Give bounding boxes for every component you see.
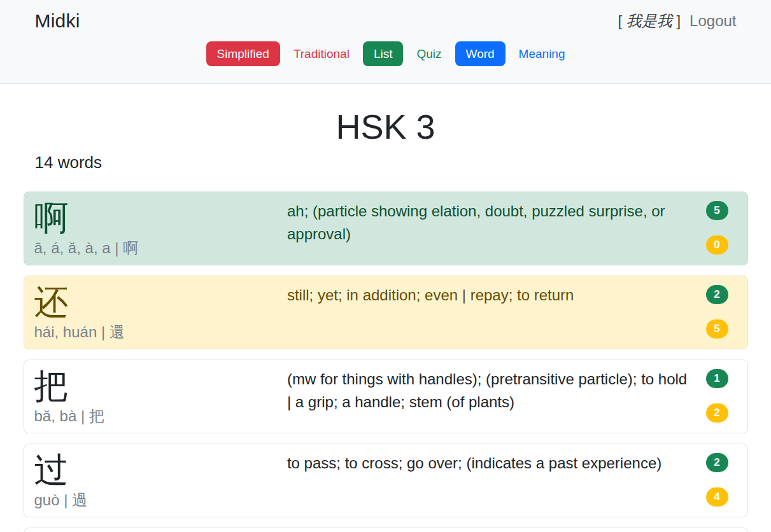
green-count-badge: 2: [706, 453, 728, 472]
nav-button-list[interactable]: List: [363, 41, 404, 66]
word-meaning: ah; (particle showing elation, doubt, pu…: [287, 200, 706, 246]
bracket-open: [: [618, 12, 622, 29]
yellow-count-badge: 5: [706, 319, 728, 339]
bracket-close: ]: [676, 12, 681, 29]
badge-column: 2 5: [706, 284, 737, 339]
word-hanzi: 啊: [34, 200, 287, 236]
word-hanzi: 把: [34, 368, 287, 404]
toggle-nav: Simplified Traditional List Quiz Word Me…: [24, 41, 748, 66]
badge-column: 2 4: [706, 452, 737, 507]
word-left-column: 还 hái, huán | 還: [34, 284, 287, 341]
logout-link[interactable]: Logout: [690, 12, 736, 30]
nav-button-simplified[interactable]: Simplified: [206, 41, 280, 66]
green-count-badge: 2: [706, 285, 728, 304]
yellow-count-badge: 0: [706, 235, 728, 255]
word-count: 14 words: [24, 153, 748, 172]
yellow-count-badge: 2: [706, 403, 728, 423]
user-name: 我是我: [626, 12, 672, 29]
word-left-column: 啊 ā, á, ǎ, à, a | 啊: [34, 200, 287, 257]
word-meaning: still; yet; in addition; even | repay; t…: [287, 284, 706, 307]
nav-link-meaning[interactable]: Meaning: [519, 47, 565, 61]
green-count-badge: 5: [706, 201, 728, 220]
word-hanzi: 过: [34, 452, 287, 488]
nav-button-word[interactable]: Word: [455, 41, 506, 66]
word-pinyin: bǎ, bà | 把: [34, 407, 287, 425]
word-meaning: (mw for things with handles); (pretransi…: [287, 368, 706, 414]
word-left-column: 把 bǎ, bà | 把: [34, 368, 287, 425]
word-meaning: to pass; to cross; go over; (indicates a…: [287, 452, 706, 475]
word-card[interactable]: 啊 ā, á, ǎ, à, a | 啊 ah; (particle showin…: [24, 192, 748, 265]
word-pinyin: guò | 過: [34, 491, 287, 509]
word-left-column: 过 guò | 過: [34, 452, 287, 509]
word-card[interactable]: 把 bǎ, bà | 把 (mw for things with handles…: [24, 360, 748, 433]
brand-logo[interactable]: Midki: [35, 10, 80, 32]
word-pinyin: ā, á, ǎ, à, a | 啊: [34, 239, 287, 257]
word-pinyin: hái, huán | 還: [34, 323, 287, 341]
page-title: HSK 3: [24, 107, 748, 146]
main-content: HSK 3 14 words 啊 ā, á, ǎ, à, a | 啊 ah; (…: [24, 107, 748, 532]
word-card[interactable]: 如果: [24, 528, 748, 532]
word-hanzi: 还: [34, 284, 287, 320]
badge-column: 1 2: [706, 368, 737, 423]
green-count-badge: 1: [706, 369, 728, 388]
badge-column: 5 0: [706, 200, 737, 255]
word-card[interactable]: 过 guò | 過 to pass; to cross; go over; (i…: [24, 444, 748, 517]
nav-link-traditional[interactable]: Traditional: [294, 47, 350, 61]
app-header: Midki [ 我是我 ] Logout Simplified Traditio…: [0, 0, 771, 84]
user-display[interactable]: [ 我是我 ]: [618, 11, 681, 31]
word-card[interactable]: 还 hái, huán | 還 still; yet; in addition;…: [24, 276, 748, 349]
nav-link-quiz[interactable]: Quiz: [416, 47, 441, 61]
word-list: 啊 ā, á, ǎ, à, a | 啊 ah; (particle showin…: [24, 192, 748, 532]
yellow-count-badge: 4: [706, 487, 728, 507]
